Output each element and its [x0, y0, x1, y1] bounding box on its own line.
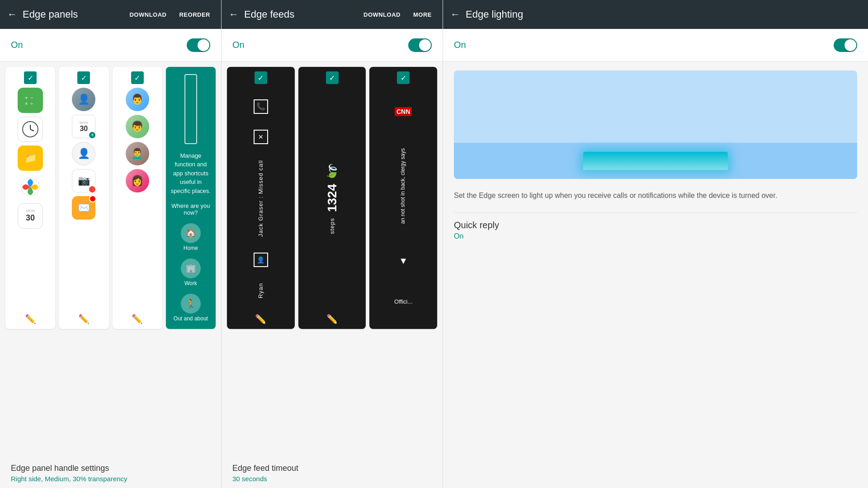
- person-avatar-2[interactable]: 👦: [126, 115, 149, 138]
- notes-app-icon[interactable]: 📁: [18, 145, 43, 171]
- edge-panels-header: ← Edge panels DOWNLOAD REORDER: [0, 0, 221, 29]
- feed2-steps-label: steps: [329, 218, 335, 234]
- edge-lighting-content: Set the Edge screen to light up when you…: [443, 61, 868, 249]
- contacts-panel-col-2: ✓ 👤 MON 30 + 👤 📷 ✉️: [59, 67, 108, 329]
- svg-text:−: −: [30, 95, 33, 100]
- feed2-leaf-icon: 🍃: [324, 164, 340, 178]
- edge-lighting-toggle[interactable]: [834, 38, 857, 52]
- edge-panels-bottom-subtitle[interactable]: Right side, Medium, 30% transparency: [11, 475, 210, 483]
- edge-lighting-title: Edge lighting: [466, 9, 861, 20]
- apps-panel-col-1: ✓ + − × ÷: [5, 67, 55, 329]
- feed2-content: 🍃 1324 steps: [324, 88, 340, 310]
- edge-feeds-bottom-title: Edge feed timeout: [232, 464, 432, 473]
- edge-lighting-back[interactable]: ←: [450, 9, 460, 20]
- work-label: Work: [184, 280, 197, 286]
- smart-location-question: Where are you now?: [170, 202, 212, 216]
- edge-feeds-toggle[interactable]: [408, 38, 432, 52]
- feed2-checkbox[interactable]: ✓: [326, 71, 339, 84]
- panels-container: ← Edge panels DOWNLOAD REORDER On ✓ + − …: [0, 0, 868, 488]
- feed2-edit-icon[interactable]: ✏️: [326, 314, 338, 324]
- panel-edge-lighting: ← Edge lighting On Set the Edge screen t…: [443, 0, 868, 488]
- edge-feeds-grid: ✓ 📞 ✕ Jack Graser : Missed call 👤 Ryan ✏…: [227, 67, 437, 329]
- edge-panels-bottom: Edge panel handle settings Right side, M…: [0, 458, 221, 488]
- svg-text:×: ×: [25, 101, 28, 106]
- quick-reply-title: Quick reply: [454, 220, 857, 230]
- smart-select-description: Manage function and app shortcuts useful…: [170, 151, 212, 196]
- feed3-content: CNN an not shot in back, clergy says ▼ O…: [392, 88, 414, 324]
- edge-feeds-bottom: Edge feed timeout 30 seconds: [222, 458, 443, 488]
- edge-feeds-bottom-subtitle[interactable]: 30 seconds: [232, 475, 432, 483]
- calendar-badge-icon[interactable]: MON 30 +: [72, 115, 95, 138]
- people-col3-checkbox[interactable]: ✓: [131, 71, 144, 84]
- phone-edge-glow: [583, 152, 728, 170]
- phone-preview: [454, 70, 857, 179]
- pinwheel-app-icon[interactable]: [18, 174, 43, 200]
- contact-avatar-1[interactable]: 👤: [72, 88, 95, 111]
- feed1-person-name: Ryan: [257, 283, 264, 298]
- edge-feeds-content: ✓ 📞 ✕ Jack Graser : Missed call 👤 Ryan ✏…: [222, 61, 443, 458]
- person-avatar-4[interactable]: 👩: [126, 169, 149, 192]
- location-home[interactable]: 🏠 Home: [181, 223, 201, 251]
- calendar-app-icon[interactable]: MON 30: [18, 203, 43, 229]
- person-avatar-1[interactable]: 👨: [126, 88, 149, 111]
- edge-panels-grid: ✓ + − × ÷: [5, 67, 216, 329]
- feed3-news-text: an not shot in back, clergy says: [400, 148, 407, 224]
- person-avatar-3[interactable]: 👨‍🦱: [126, 142, 149, 165]
- edge-panels-toggle[interactable]: [187, 38, 210, 52]
- edge-lighting-header: ← Edge lighting: [443, 0, 868, 29]
- feed3-official-text: Offici...: [394, 298, 412, 305]
- contact-avatar-no-photo[interactable]: 👤: [72, 142, 95, 165]
- edge-lighting-toggle-label: On: [454, 40, 834, 50]
- edge-panels-toggle-label: On: [11, 40, 187, 50]
- smart-checkbox[interactable]: [184, 74, 197, 144]
- edge-feeds-more-btn[interactable]: MORE: [410, 9, 435, 20]
- col2-edit-icon[interactable]: ✏️: [78, 314, 90, 324]
- edge-panels-toggle-row: On: [0, 29, 221, 61]
- feed3-checkbox[interactable]: ✓: [397, 71, 410, 84]
- location-work[interactable]: 🏢 Work: [181, 258, 201, 286]
- edge-panels-content: ✓ + − × ÷: [0, 61, 221, 458]
- edge-panels-back[interactable]: ←: [7, 9, 17, 20]
- feed3-cnn-badge: CNN: [395, 107, 412, 116]
- location-out[interactable]: 🚶 Out and about: [174, 294, 208, 322]
- people-panel-col-3: ✓ 👨 👦 👨‍🦱 👩 ✏️: [113, 67, 162, 329]
- clock-app-icon[interactable]: [18, 117, 43, 142]
- col1-edit-icon[interactable]: ✏️: [25, 314, 36, 324]
- edge-panels-title: Edge panels: [23, 9, 120, 20]
- panel-edge-feeds: ← Edge feeds DOWNLOAD MORE On ✓ 📞 ✕ Jack…: [222, 0, 443, 488]
- feed1-x-icon: ✕: [254, 130, 268, 144]
- feed-contacts: ✓ 📞 ✕ Jack Graser : Missed call 👤 Ryan ✏…: [227, 67, 295, 329]
- smart-select-panel: Manage function and app shortcuts useful…: [166, 67, 216, 329]
- out-label: Out and about: [174, 315, 208, 322]
- feed1-content: 📞 ✕ Jack Graser : Missed call 👤 Ryan: [229, 88, 293, 310]
- panel-edge-panels: ← Edge panels DOWNLOAD REORDER On ✓ + − …: [0, 0, 222, 488]
- camera-app-icon[interactable]: 📷: [72, 169, 95, 192]
- edge-feeds-back[interactable]: ←: [229, 9, 239, 20]
- feed2-steps-number: 1324: [325, 184, 340, 212]
- calc-app-icon[interactable]: + − × ÷: [18, 88, 43, 113]
- feed1-phone-icon: 📞: [254, 99, 268, 114]
- edge-feeds-download-btn[interactable]: DOWNLOAD: [360, 9, 404, 20]
- edge-lighting-toggle-row: On: [443, 29, 868, 61]
- feed1-checkbox[interactable]: ✓: [255, 71, 267, 84]
- edge-panels-bottom-title: Edge panel handle settings: [11, 464, 210, 473]
- feed-fitness: ✓ 🍃 1324 steps ✏️: [298, 67, 366, 329]
- feed1-contact-text: Jack Graser : Missed call: [257, 160, 264, 237]
- lighting-description: Set the Edge screen to light up when you…: [454, 190, 857, 202]
- edge-feeds-header: ← Edge feeds DOWNLOAD MORE: [222, 0, 443, 29]
- edge-panels-reorder-btn[interactable]: REORDER: [175, 9, 214, 20]
- edge-panels-download-btn[interactable]: DOWNLOAD: [126, 9, 170, 20]
- feed3-arrow-icon: ▼: [399, 256, 408, 266]
- edge-feeds-toggle-row: On: [222, 29, 443, 61]
- svg-text:÷: ÷: [30, 101, 33, 106]
- quick-reply-status[interactable]: On: [454, 232, 857, 240]
- col3-edit-icon[interactable]: ✏️: [132, 314, 143, 324]
- mail-app-icon[interactable]: ✉️: [72, 196, 95, 220]
- feed1-person-icon: 👤: [254, 253, 268, 267]
- svg-text:+: +: [25, 95, 28, 100]
- home-label: Home: [184, 245, 198, 251]
- feed1-edit-icon[interactable]: ✏️: [255, 314, 266, 324]
- contacts-col2-checkbox[interactable]: ✓: [77, 71, 90, 84]
- apps-col1-checkbox[interactable]: ✓: [24, 71, 37, 84]
- feed-cnn: ✓ CNN an not shot in back, clergy says ▼…: [369, 67, 437, 329]
